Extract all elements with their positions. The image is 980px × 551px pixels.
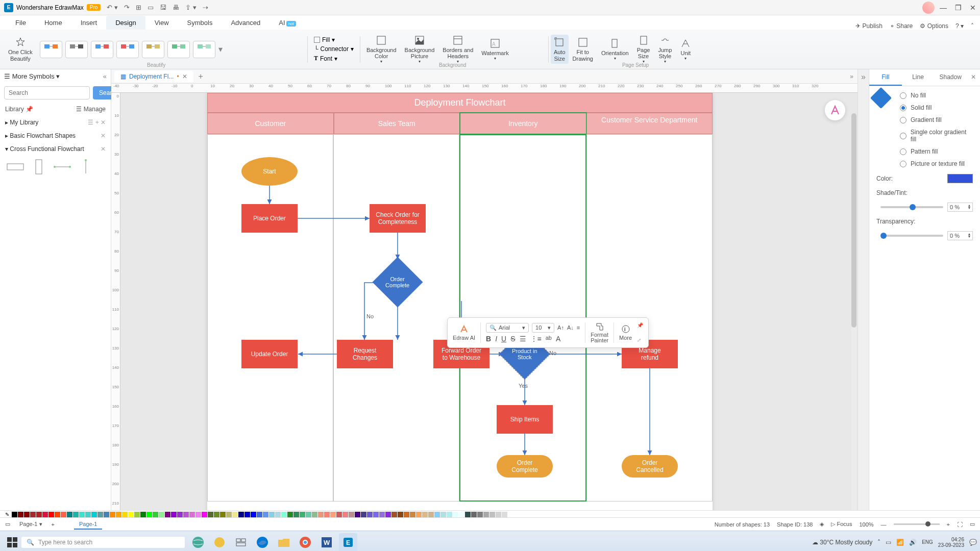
palette-swatch[interactable] xyxy=(293,512,299,517)
page-dropdown[interactable]: Page-1 ▾ xyxy=(14,519,47,529)
edraw-ai-button[interactable]: Edraw AI xyxy=(453,324,475,341)
expand-right-panel[interactable]: » xyxy=(857,69,869,510)
tb-cortana-icon[interactable] xyxy=(210,533,229,552)
palette-swatch[interactable] xyxy=(85,512,91,517)
shape-order-cancelled[interactable]: Order Cancelled xyxy=(622,455,678,478)
palette-swatch[interactable] xyxy=(171,512,177,517)
shape-ship-items[interactable]: Ship Items xyxy=(497,405,553,434)
palette-swatch[interactable] xyxy=(312,512,317,517)
palette-swatch[interactable] xyxy=(318,512,324,517)
zoom-level[interactable]: 100% xyxy=(859,521,873,528)
print-icon[interactable]: 🖶 xyxy=(173,4,179,11)
bullets-icon[interactable]: ☰ xyxy=(520,335,526,343)
palette-swatch[interactable] xyxy=(116,512,121,517)
palette-swatch[interactable] xyxy=(496,512,501,517)
new-icon[interactable]: ⊞ xyxy=(136,4,141,11)
auto-size-button[interactable]: Auto Size xyxy=(551,35,569,63)
zoom-in-icon[interactable]: + xyxy=(947,521,950,528)
tab-shadow[interactable]: Shadow xyxy=(934,69,967,86)
font-grow-icon[interactable]: A↑ xyxy=(557,324,564,331)
fill-dropdown[interactable]: Fill ▾ xyxy=(314,36,354,43)
menu-design[interactable]: Design xyxy=(106,16,145,30)
page-size-button[interactable]: Page Size▾ xyxy=(633,33,654,66)
font-shrink-icon[interactable]: A↓ xyxy=(567,324,574,331)
palette-swatch[interactable] xyxy=(177,512,183,517)
palette-swatch[interactable] xyxy=(24,512,30,517)
numbers-icon[interactable]: ⋮≡ xyxy=(530,335,542,343)
orientation-button[interactable]: Orientation▾ xyxy=(597,36,633,63)
palette-swatch[interactable] xyxy=(12,512,17,517)
palette-swatch[interactable] xyxy=(189,512,195,517)
close-icon[interactable]: ✕ xyxy=(970,4,976,12)
close-right-panel-icon[interactable]: ✕ xyxy=(967,69,980,86)
palette-swatch[interactable] xyxy=(42,512,48,517)
palette-swatch[interactable] xyxy=(434,512,440,517)
help-icon[interactable]: ? ▾ xyxy=(955,22,964,30)
shape-order-complete-end[interactable]: Order Complete xyxy=(497,455,553,478)
tray-wifi-icon[interactable]: 📶 xyxy=(896,539,904,546)
shade-value[interactable]: 0 %▴▾ xyxy=(947,203,973,212)
opt-pattern-fill[interactable]: Pattern fill xyxy=(893,145,980,158)
avatar[interactable] xyxy=(922,2,935,14)
menu-home[interactable]: Home xyxy=(35,16,71,30)
theme-swatch-4[interactable] xyxy=(116,41,139,58)
format-painter-button[interactable]: Format Painter xyxy=(591,322,608,343)
publish-button[interactable]: ✈ Publish xyxy=(855,22,883,30)
lane-header-customer[interactable]: Customer xyxy=(207,113,334,134)
palette-swatch[interactable] xyxy=(477,512,483,517)
start-button[interactable] xyxy=(3,533,21,552)
zoom-out-icon[interactable]: — xyxy=(881,521,887,528)
shape-thumb-sep-h[interactable] xyxy=(53,160,71,174)
palette-swatch[interactable] xyxy=(232,512,238,517)
doc-tab[interactable]: ▦ Deployment Fl... • ✕ xyxy=(114,71,193,82)
palette-swatch[interactable] xyxy=(195,512,201,517)
theme-swatch-1[interactable] xyxy=(40,41,62,58)
basic-flowchart-cat[interactable]: ▸ Basic Flowchart Shapes ✕ xyxy=(0,129,111,142)
case-icon[interactable]: ab xyxy=(546,335,552,343)
bg-color-button[interactable]: Background Color▾ xyxy=(362,33,401,66)
menu-advanced[interactable]: Advanced xyxy=(222,16,270,30)
export-icon[interactable]: ⇪ ▾ xyxy=(185,4,197,11)
palette-swatch[interactable] xyxy=(18,512,23,517)
lane-sales[interactable] xyxy=(333,134,459,502)
palette-swatch[interactable] xyxy=(306,512,311,517)
menu-file[interactable]: File xyxy=(6,16,35,30)
color-swatch[interactable] xyxy=(947,174,973,183)
bold-icon[interactable]: B xyxy=(486,335,491,343)
palette-swatch[interactable] xyxy=(330,512,336,517)
tray-lang-icon[interactable]: ENG xyxy=(922,539,933,545)
share-button[interactable]: ⚬ Share xyxy=(890,22,913,30)
color-palette[interactable]: ✎ xyxy=(0,510,980,517)
palette-swatch[interactable] xyxy=(367,512,373,517)
palette-swatch[interactable] xyxy=(220,512,226,517)
italic-icon[interactable]: I xyxy=(495,335,497,343)
tb-explorer-icon[interactable] xyxy=(275,533,293,552)
pin-icon[interactable]: 📌 xyxy=(637,322,643,328)
tray-chevron-icon[interactable]: ˄ xyxy=(877,539,880,546)
palette-swatch[interactable] xyxy=(208,512,213,517)
palette-swatch[interactable] xyxy=(287,512,293,517)
underline-icon[interactable]: U xyxy=(501,335,506,343)
palette-swatch[interactable] xyxy=(110,512,115,517)
fullscreen-icon[interactable]: ▭ xyxy=(970,521,975,528)
palette-swatch[interactable] xyxy=(416,512,422,517)
menu-symbols[interactable]: Symbols xyxy=(178,16,222,30)
more-icon[interactable]: ⇢ xyxy=(203,4,208,11)
palette-swatch[interactable] xyxy=(281,512,287,517)
jump-style-button[interactable]: Jump Style▾ xyxy=(654,33,676,66)
palette-swatch[interactable] xyxy=(275,512,281,517)
palette-swatch[interactable] xyxy=(257,512,262,517)
theme-swatch-6[interactable] xyxy=(167,41,190,58)
palette-swatch[interactable] xyxy=(502,512,507,517)
palette-swatch[interactable] xyxy=(349,512,354,517)
palette-swatch[interactable] xyxy=(324,512,330,517)
palette-swatch[interactable] xyxy=(453,512,458,517)
restore-icon[interactable]: ❐ xyxy=(955,4,962,12)
palette-swatch[interactable] xyxy=(269,512,275,517)
shape-update-order[interactable]: Update Order xyxy=(241,340,298,368)
add-tab-button[interactable]: + xyxy=(199,72,203,81)
tray-meet-icon[interactable]: ▭ xyxy=(886,539,891,546)
tb-globe-icon[interactable] xyxy=(189,533,207,552)
tray-clock[interactable]: 04:26 23-09-2023 xyxy=(938,537,964,548)
palette-swatch[interactable] xyxy=(165,512,170,517)
